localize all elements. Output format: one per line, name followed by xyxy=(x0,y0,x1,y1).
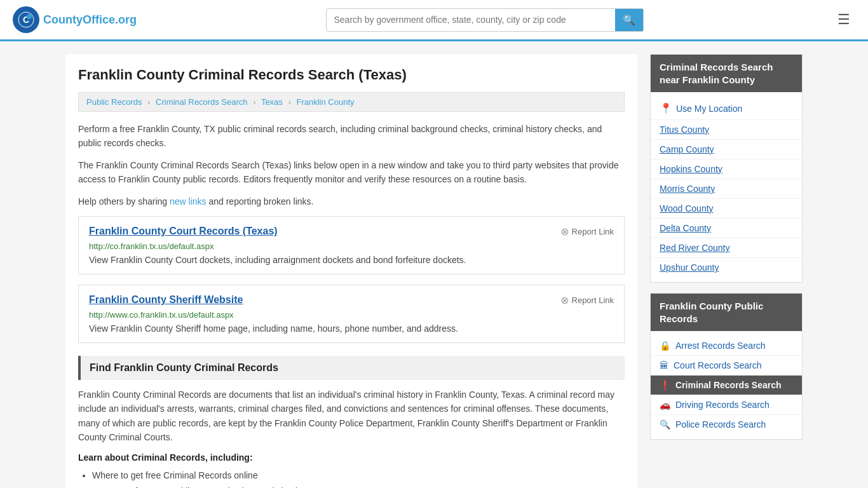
county-item-1[interactable]: Camp County xyxy=(651,140,802,159)
result-desc-0: View Franklin County Court dockets, incl… xyxy=(89,255,614,265)
search-button[interactable]: 🔍 xyxy=(615,9,643,31)
results-container: Franklin County Court Records (Texas) ⊗ … xyxy=(78,216,625,343)
public-record-icon-3: 🚗 xyxy=(660,400,670,410)
nearby-counties-box: Criminal Records Search near Franklin Co… xyxy=(650,54,803,283)
result-url-1[interactable]: http://www.co.franklin.tx.us/default.asp… xyxy=(89,310,614,320)
public-records-links: 🔒Arrest Records Search🏛Court Records Sea… xyxy=(651,331,802,439)
report-icon-0: ⊗ xyxy=(560,226,569,238)
new-links-link[interactable]: new links xyxy=(170,196,207,207)
county-item-2[interactable]: Hopkins County xyxy=(651,159,802,179)
public-record-link-2[interactable]: ❗Criminal Records Search xyxy=(651,376,802,395)
logo-icon: C xyxy=(13,6,39,33)
report-link-0[interactable]: ⊗ Report Link xyxy=(560,226,614,238)
location-pin-icon: 📍 xyxy=(660,102,672,114)
nearby-counties-list: 📍 Use My Location Titus CountyCamp Count… xyxy=(651,92,802,282)
logo-text: CountyOffice.org xyxy=(43,13,137,27)
county-item-5[interactable]: Delta County xyxy=(651,219,802,238)
search-input[interactable] xyxy=(327,10,615,30)
public-record-icon-1: 🏛 xyxy=(660,360,668,370)
result-desc-1: View Franklin County Sheriff home page, … xyxy=(89,323,614,334)
intro-paragraph-2: The Franklin County Criminal Records Sea… xyxy=(78,158,625,187)
page-title: Franklin County Criminal Records Search … xyxy=(78,67,625,83)
report-link-1[interactable]: ⊗ Report Link xyxy=(560,294,614,306)
main-container: Franklin County Criminal Records Search … xyxy=(53,41,815,488)
learn-heading: Learn about Criminal Records, including: xyxy=(78,452,625,463)
search-bar: 🔍 xyxy=(326,8,644,32)
result-title-1[interactable]: Franklin County Sheriff Website xyxy=(89,294,243,306)
use-my-location[interactable]: 📍 Use My Location xyxy=(651,97,802,120)
public-record-link-1[interactable]: 🏛Court Records Search xyxy=(651,356,802,376)
county-item-4[interactable]: Wood County xyxy=(651,199,802,219)
breadcrumb-franklin-county[interactable]: Franklin County xyxy=(296,97,354,107)
intro-paragraph-1: Perform a free Franklin County, TX publi… xyxy=(78,122,625,151)
report-icon-1: ⊗ xyxy=(560,294,569,306)
county-item-7[interactable]: Upshur County xyxy=(651,258,802,277)
svg-point-2 xyxy=(27,14,32,19)
result-card-0: Franklin County Court Records (Texas) ⊗ … xyxy=(78,216,625,274)
public-record-label-3: Driving Records Search xyxy=(675,400,770,410)
logo[interactable]: C CountyOffice.org xyxy=(13,6,137,33)
result-title-0[interactable]: Franklin County Court Records (Texas) xyxy=(89,226,278,237)
breadcrumb-criminal-records[interactable]: Criminal Records Search xyxy=(156,97,248,107)
public-records-heading: Franklin County Public Records xyxy=(651,294,802,331)
result-card-1: Franklin County Sheriff Website ⊗ Report… xyxy=(78,285,625,343)
public-record-label-1: Court Records Search xyxy=(674,360,762,370)
main-content: Franklin County Criminal Records Search … xyxy=(65,54,637,488)
public-record-link-3[interactable]: 🚗Driving Records Search xyxy=(651,395,802,415)
menu-icon[interactable]: ☰ xyxy=(832,9,855,30)
public-record-label-4: Police Records Search xyxy=(675,419,766,430)
result-url-0[interactable]: http://co.franklin.tx.us/default.aspx xyxy=(89,241,614,251)
public-record-icon-0: 🔒 xyxy=(660,341,670,351)
sidebar: Criminal Records Search near Franklin Co… xyxy=(650,54,803,488)
header: C CountyOffice.org 🔍 ☰ xyxy=(0,0,868,41)
county-item-0[interactable]: Titus County xyxy=(651,120,802,140)
county-item-6[interactable]: Red River County xyxy=(651,238,802,258)
nearby-counties-heading: Criminal Records Search near Franklin Co… xyxy=(651,55,802,92)
find-section-text: Franklin County Criminal Records are doc… xyxy=(78,388,625,445)
bullet-list: Where to get free Criminal Records onlin… xyxy=(78,468,625,488)
find-section-heading: Find Franklin County Criminal Records xyxy=(78,356,625,380)
bullet-item-0: Where to get free Criminal Records onlin… xyxy=(92,468,625,484)
result-card-header-1: Franklin County Sheriff Website ⊗ Report… xyxy=(89,294,614,306)
breadcrumb: Public Records › Criminal Records Search… xyxy=(78,92,625,112)
county-list: Titus CountyCamp CountyHopkins CountyMor… xyxy=(651,120,802,277)
bullet-item-1: How to perform a Franklin County backgro… xyxy=(92,484,625,488)
public-record-label-2: Criminal Records Search xyxy=(675,380,782,390)
result-card-header-0: Franklin County Court Records (Texas) ⊗ … xyxy=(89,226,614,238)
public-record-link-4[interactable]: 🔍Police Records Search xyxy=(651,415,802,434)
public-records-box: Franklin County Public Records 🔒Arrest R… xyxy=(650,293,803,440)
county-item-3[interactable]: Morris County xyxy=(651,179,802,199)
intro-paragraph-3: Help others by sharing new links and rep… xyxy=(78,194,625,208)
public-record-icon-2: ❗ xyxy=(660,380,670,390)
breadcrumb-public-records[interactable]: Public Records xyxy=(86,97,142,107)
public-record-link-0[interactable]: 🔒Arrest Records Search xyxy=(651,336,802,356)
breadcrumb-texas[interactable]: Texas xyxy=(261,97,283,107)
public-record-label-0: Arrest Records Search xyxy=(675,341,766,351)
public-record-icon-4: 🔍 xyxy=(660,419,670,430)
